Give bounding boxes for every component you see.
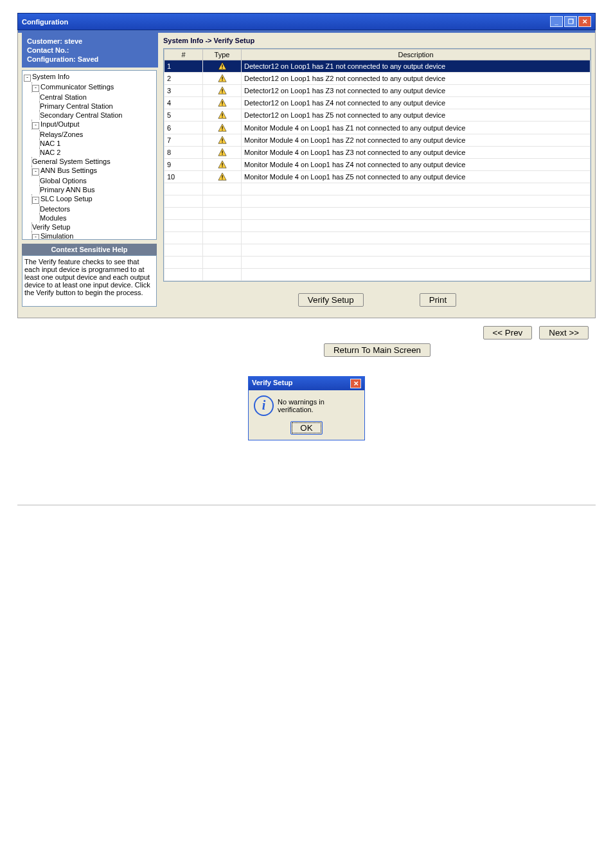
svg-rect-13 <box>222 114 222 116</box>
tree-relays-zones[interactable]: Relays/Zones <box>39 130 155 139</box>
action-buttons: Verify Setup Print <box>163 293 591 307</box>
table-row[interactable] <box>164 183 591 195</box>
table-row[interactable] <box>164 219 591 231</box>
help-title: Context Sensitive Help <box>22 244 157 255</box>
svg-rect-23 <box>222 154 222 154</box>
tree-global-options[interactable]: Global Options <box>39 176 155 185</box>
maximize-icon[interactable]: ❐ <box>564 16 577 27</box>
nav-tree[interactable]: -System Info -Communicator Settings Cent… <box>22 70 157 240</box>
tree-input-output[interactable]: -Input/Output <box>31 120 155 130</box>
dialog-close-icon[interactable]: ✕ <box>350 379 361 388</box>
table-row[interactable] <box>164 231 591 244</box>
warning-icon <box>203 60 242 73</box>
tree-simulation[interactable]: -Simulation <box>31 231 155 240</box>
svg-rect-7 <box>222 89 222 92</box>
table-row[interactable]: 5Detector12 on Loop1 has Z5 not connecte… <box>164 109 591 122</box>
tree-ann-bus-settings[interactable]: -ANN Bus Settings <box>31 166 155 176</box>
svg-rect-19 <box>222 138 222 141</box>
customer-info-box: Customer: steve Contact No.: Configurati… <box>22 33 158 68</box>
svg-rect-2 <box>222 68 222 69</box>
print-button[interactable]: Print <box>420 293 456 307</box>
warnings-table[interactable]: # Type Description 1Detector12 on Loop1 … <box>163 48 591 282</box>
row-number: 7 <box>164 134 203 146</box>
svg-rect-22 <box>222 150 222 153</box>
warning-icon <box>203 158 242 170</box>
next-button[interactable]: Next >> <box>539 326 589 339</box>
table-row[interactable] <box>164 256 591 268</box>
table-row[interactable]: 3Detector12 on Loop1 has Z3 not connecte… <box>164 85 591 97</box>
col-description[interactable]: Description <box>242 50 591 60</box>
row-description: Detector12 on Loop1 has Z5 not connected… <box>242 109 591 122</box>
tree-secondary-central-station[interactable]: Secondary Central Station <box>39 111 155 120</box>
ok-button[interactable]: OK <box>290 421 322 435</box>
return-main-button[interactable]: Return To Main Screen <box>324 343 431 357</box>
row-description: Monitor Module 4 on Loop1 has Z3 not con… <box>242 146 591 158</box>
table-row[interactable]: 6Monitor Module 4 on Loop1 has Z1 not co… <box>164 122 591 134</box>
warning-icon <box>203 146 242 158</box>
col-type[interactable]: Type <box>203 50 242 60</box>
tree-central-station[interactable]: Central Station <box>39 93 155 102</box>
tree-detectors[interactable]: Detectors <box>39 204 155 213</box>
table-row[interactable]: 8Monitor Module 4 on Loop1 has Z3 not co… <box>164 146 591 158</box>
row-number: 2 <box>164 73 203 85</box>
svg-rect-26 <box>222 166 222 167</box>
customer-value: steve <box>64 37 82 45</box>
svg-rect-25 <box>222 163 222 165</box>
row-description: Monitor Module 4 on Loop1 has Z1 not con… <box>242 122 591 134</box>
warning-icon <box>203 134 242 146</box>
svg-rect-8 <box>222 93 222 93</box>
tree-nac2[interactable]: NAC 2 <box>39 148 155 157</box>
close-icon[interactable]: ✕ <box>578 16 591 27</box>
tree-system-info[interactable]: -System Info <box>24 72 155 82</box>
collapse-icon[interactable]: - <box>32 197 39 204</box>
svg-rect-10 <box>222 102 222 104</box>
tree-primary-central-station[interactable]: Primary Central Station <box>39 102 155 111</box>
table-row[interactable] <box>164 268 591 280</box>
breadcrumb-sep: -> <box>203 37 213 44</box>
tree-general-system-settings[interactable]: General System Settings <box>31 157 155 166</box>
row-description: Detector12 on Loop1 has Z2 not connected… <box>242 73 591 85</box>
svg-rect-17 <box>222 129 222 130</box>
tree-nac1[interactable]: NAC 1 <box>39 139 155 148</box>
row-number: 8 <box>164 146 203 158</box>
tree-primary-ann-bus[interactable]: Primary ANN Bus <box>39 185 155 194</box>
table-row[interactable]: 7Monitor Module 4 on Loop1 has Z2 not co… <box>164 134 591 146</box>
svg-rect-28 <box>222 175 222 177</box>
svg-rect-29 <box>222 179 222 179</box>
warning-icon <box>203 109 242 122</box>
collapse-icon[interactable]: - <box>32 168 39 176</box>
prev-button[interactable]: << Prev <box>483 326 533 339</box>
col-number[interactable]: # <box>164 50 203 60</box>
warning-icon <box>203 85 242 97</box>
row-number: 5 <box>164 109 203 122</box>
svg-rect-5 <box>222 80 222 81</box>
minimize-icon[interactable]: _ <box>550 16 563 27</box>
tree-verify-setup[interactable]: Verify Setup <box>31 222 155 231</box>
window-titlebar: Configuration _ ❐ ✕ <box>17 13 596 30</box>
table-row[interactable] <box>164 195 591 207</box>
info-icon: i <box>254 395 274 416</box>
collapse-icon[interactable]: - <box>24 75 31 82</box>
row-description: Monitor Module 4 on Loop1 has Z4 not con… <box>242 158 591 170</box>
warning-icon <box>203 170 242 183</box>
row-number: 6 <box>164 122 203 134</box>
table-row[interactable]: 9Monitor Module 4 on Loop1 has Z4 not co… <box>164 158 591 170</box>
collapse-icon[interactable]: - <box>32 122 39 129</box>
row-description: Detector12 on Loop1 has Z1 not connected… <box>242 60 591 73</box>
row-number: 4 <box>164 97 203 109</box>
table-row[interactable]: 2Detector12 on Loop1 has Z2 not connecte… <box>164 73 591 85</box>
table-row[interactable] <box>164 207 591 219</box>
tree-slc-loop-setup[interactable]: -SLC Loop Setup <box>31 194 155 204</box>
table-row[interactable]: 4Detector12 on Loop1 has Z4 not connecte… <box>164 97 591 109</box>
tree-modules[interactable]: Modules <box>39 213 155 222</box>
verify-dialog: Verify Setup ✕ i No warnings in verifica… <box>248 376 365 440</box>
table-row[interactable]: 1Detector12 on Loop1 has Z1 not connecte… <box>164 60 591 73</box>
table-row[interactable]: 10Monitor Module 4 on Loop1 has Z5 not c… <box>164 170 591 183</box>
table-row[interactable] <box>164 244 591 256</box>
row-number: 10 <box>164 170 203 183</box>
verify-setup-button[interactable]: Verify Setup <box>298 293 364 307</box>
warning-icon <box>203 73 242 85</box>
collapse-icon[interactable]: - <box>32 85 39 92</box>
tree-communicator-settings[interactable]: -Communicator Settings <box>31 82 155 93</box>
collapse-icon[interactable]: - <box>32 234 39 240</box>
